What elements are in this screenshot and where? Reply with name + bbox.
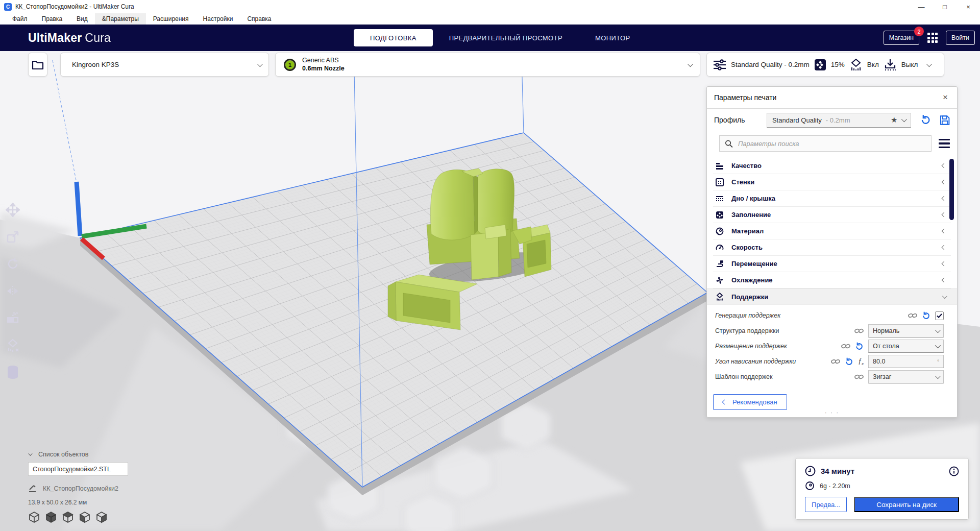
settings-menu-icon[interactable] <box>939 139 950 149</box>
window-title: КК_СтопорПосудомойки2 - UltiMaker Cura <box>15 3 134 10</box>
object-list-header[interactable]: Список объектов <box>28 451 128 458</box>
recommended-mode-button[interactable]: Рекомендован <box>713 394 787 410</box>
category-label: Охлаждение <box>731 276 935 284</box>
input-value[interactable]: 80.0 <box>873 358 934 365</box>
search-icon <box>725 139 733 148</box>
scale-tool-button[interactable] <box>4 229 21 245</box>
pencil-icon[interactable] <box>28 484 37 493</box>
menu-help[interactable]: Справка <box>240 13 278 25</box>
category-infill[interactable]: Заполнение <box>713 207 951 223</box>
revert-icon[interactable] <box>922 311 930 320</box>
setting-support-pattern: Шаблон поддержек Зигзаг <box>715 369 944 384</box>
info-icon[interactable] <box>949 466 959 476</box>
menu-view[interactable]: Вид <box>69 13 95 25</box>
profile-detail: - 0.2mm <box>826 116 887 124</box>
object-list-title: Список объектов <box>38 451 88 458</box>
category-material[interactable]: Материал <box>713 223 951 239</box>
fx-icon[interactable]: ƒx <box>858 357 864 366</box>
object-dimensions: 13.9 x 50.0 x 26.2 мм <box>28 499 128 506</box>
menu-preferences[interactable]: Настройки <box>196 13 240 25</box>
material-selector[interactable]: 1 Generic ABS 0.6mm Nozzle <box>275 53 700 77</box>
menu-file[interactable]: Файл <box>5 13 35 25</box>
preview-button[interactable]: Предва... <box>805 497 847 512</box>
support-pattern-dropdown[interactable]: Зигзаг <box>868 370 944 383</box>
object-file-item[interactable]: СтопорПосудомойки2.STL <box>28 462 128 476</box>
travel-icon <box>715 260 724 268</box>
apps-grid-icon[interactable] <box>927 33 938 43</box>
view-left-icon[interactable] <box>79 511 91 523</box>
revert-icon[interactable] <box>845 357 853 366</box>
menu-settings[interactable]: &Параметры <box>95 13 146 25</box>
link-icon[interactable] <box>831 358 840 365</box>
unit-label: ° <box>937 359 939 365</box>
save-profile-icon[interactable] <box>940 115 950 126</box>
category-walls[interactable]: Стенки <box>713 174 951 190</box>
category-travel[interactable]: Перемещение <box>713 256 951 272</box>
support-angle-input[interactable]: 80.0 ° <box>868 355 944 368</box>
link-icon[interactable] <box>854 327 864 334</box>
view-right-icon[interactable] <box>95 511 108 523</box>
view-top-icon[interactable] <box>62 511 74 523</box>
tab-prepare[interactable]: ПОДГОТОВКА <box>354 29 433 46</box>
chevron-left-icon <box>722 400 727 405</box>
move-tool-button[interactable] <box>4 202 21 218</box>
camera-view-buttons <box>28 511 128 523</box>
panel-drag-handle[interactable]: · · · <box>825 409 840 416</box>
revert-profile-icon[interactable] <box>920 114 931 126</box>
chevron-down-icon <box>28 451 32 455</box>
sliders-icon <box>713 59 726 70</box>
settings-search-box[interactable] <box>719 135 932 152</box>
view-3d-icon[interactable] <box>28 511 40 523</box>
category-top-bottom[interactable]: Дно / крышка <box>713 190 951 207</box>
tab-monitor[interactable]: МОНИТОР <box>579 29 647 46</box>
close-panel-icon[interactable]: × <box>941 92 950 103</box>
nozzle-size: 0.6mm Nozzle <box>302 65 688 73</box>
category-quality[interactable]: Качество <box>713 158 951 174</box>
profile-dropdown[interactable]: Standard Quality - 0.2mm ★ <box>767 113 911 128</box>
star-icon[interactable]: ★ <box>891 115 897 125</box>
link-icon[interactable] <box>908 312 917 319</box>
support-structure-dropdown[interactable]: Нормаль <box>868 324 944 337</box>
panel-scrollbar[interactable] <box>949 159 954 220</box>
save-to-disk-button[interactable]: Сохранить на диск <box>854 497 959 512</box>
scale-icon <box>6 230 19 244</box>
rotate-tool-button[interactable] <box>4 256 21 272</box>
tab-preview[interactable]: ПРЕДВАРИТЕЛЬНЫЙ ПРОСМОТР <box>433 29 579 46</box>
sign-in-button[interactable]: Войти <box>946 31 975 45</box>
material-name: Generic ABS <box>302 57 688 65</box>
link-icon[interactable] <box>854 373 864 380</box>
category-support[interactable]: Поддержки <box>707 288 957 305</box>
menu-extensions[interactable]: Расширения <box>146 13 196 25</box>
chevron-collapsed-icon <box>942 229 947 234</box>
printer-selector[interactable]: Kingroon KP3S <box>60 53 269 77</box>
printer-name: Kingroon KP3S <box>72 61 257 68</box>
link-icon[interactable] <box>841 343 850 350</box>
print-time: 34 минут <box>821 467 944 475</box>
per-model-settings-icon <box>6 311 19 325</box>
3d-viewport[interactable]: Kingroon KP3S 1 Generic ABS 0.6mm Nozzle… <box>0 51 980 531</box>
generate-support-checkbox[interactable] <box>935 311 944 320</box>
revert-icon[interactable] <box>855 342 864 351</box>
category-label: Поддержки <box>731 293 935 301</box>
close-button[interactable]: × <box>957 0 980 13</box>
marketplace-button[interactable]: Магазин 2 <box>884 31 919 45</box>
per-model-settings-button[interactable] <box>4 310 21 326</box>
search-input[interactable] <box>738 140 926 148</box>
maximize-button[interactable]: □ <box>933 0 957 13</box>
open-file-button[interactable] <box>28 53 47 77</box>
category-speed[interactable]: Скорость <box>713 239 951 256</box>
support-blocker-button[interactable] <box>4 337 21 353</box>
chevron-collapsed-icon <box>942 245 947 250</box>
menu-edit[interactable]: Правка <box>35 13 70 25</box>
print-job-panel: 34 минут 6g · 2.20m Предва... Сохранить … <box>795 458 969 520</box>
mirror-tool-button[interactable] <box>4 283 21 299</box>
category-cooling[interactable]: Охлаждение <box>713 272 951 288</box>
minimize-button[interactable]: — <box>910 0 933 13</box>
cylinder-plugin-button[interactable] <box>4 364 21 380</box>
print-settings-summary[interactable]: Standard Quality - 0.2mm 15% Вкл Выкл <box>706 53 944 77</box>
chevron-down-icon <box>688 61 693 66</box>
preview-label: Предва... <box>812 501 840 509</box>
cooling-icon <box>715 276 724 284</box>
view-front-icon[interactable] <box>45 511 57 523</box>
support-placement-dropdown[interactable]: От стола <box>868 340 944 353</box>
